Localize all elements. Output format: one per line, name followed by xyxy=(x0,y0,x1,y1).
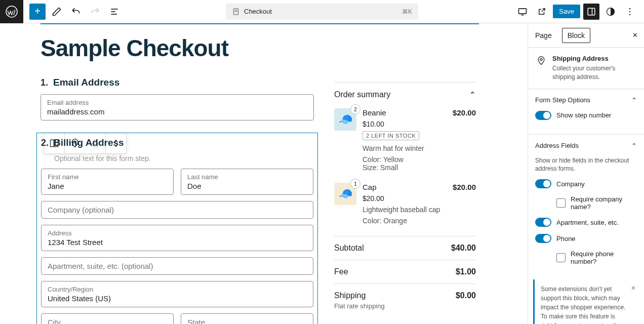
product-variant: Color: Yellow xyxy=(363,155,447,164)
show-step-number-toggle[interactable] xyxy=(535,111,551,120)
toolbar-right-group: Save xyxy=(514,4,644,20)
edit-mode-button[interactable] xyxy=(49,4,65,20)
product-variant: Color: Orange xyxy=(363,217,447,225)
field-label: Email address xyxy=(47,99,307,106)
email-step[interactable]: 1. Email Address Email address mailaddre… xyxy=(41,77,314,120)
city-field[interactable]: City xyxy=(41,313,174,324)
shipping-method: Flat rate shipping xyxy=(334,302,476,310)
toolbar-left-group: + xyxy=(23,4,123,20)
address-fields-panel: Address Fields ⌄ Show or hide fields in … xyxy=(528,134,644,280)
chevron-up-icon: ⌄ xyxy=(631,142,637,149)
company-field[interactable]: Company (optional) xyxy=(41,201,313,219)
svg-point-14 xyxy=(629,14,631,15)
apartment-field[interactable]: Apartment, suite, etc. (optional) xyxy=(41,257,313,275)
last-name-field[interactable]: Last name Doe xyxy=(181,169,313,195)
apartment-toggle[interactable] xyxy=(535,218,551,227)
order-summary: Order summary ⌄ 🧢 2 Beanie $10.00 2 LEFT… xyxy=(334,77,476,324)
settings-sidebar: Page Block ✕ Shipping Address Collect yo… xyxy=(528,23,644,324)
close-notice-button[interactable]: ✕ xyxy=(631,284,636,293)
svg-point-12 xyxy=(629,8,631,9)
panel-header[interactable]: Address Fields ⌄ xyxy=(528,135,644,156)
svg-rect-7 xyxy=(519,9,527,14)
view-button[interactable] xyxy=(514,4,531,20)
product-variant: Size: Small xyxy=(363,164,447,172)
document-title: Checkout xyxy=(244,8,272,15)
chevron-up-icon[interactable]: ⌄ xyxy=(469,90,476,99)
block-title: Shipping Address xyxy=(552,55,637,62)
chevron-up-icon: ⌄ xyxy=(631,96,637,104)
product-thumbnail: 🧢 1 xyxy=(334,183,356,205)
settings-panel-toggle[interactable] xyxy=(583,4,599,20)
step-title: Billing Address xyxy=(54,137,124,148)
order-summary-title: Order summary xyxy=(334,90,390,99)
field-value: mailaddress.com xyxy=(47,107,307,116)
product-price: $10.00 xyxy=(363,120,447,128)
form-step-options-panel: Form Step Options ⌄ Show step number xyxy=(528,89,644,134)
step-optional-text[interactable]: Optional text for this form step. xyxy=(54,154,313,163)
tab-block[interactable]: Block xyxy=(562,28,590,43)
email-field[interactable]: Email address mailaddress.com xyxy=(41,94,314,120)
fee-row: Fee $1.00 xyxy=(334,260,476,284)
block-header: Shipping Address Collect your customer's… xyxy=(528,48,644,89)
block-description: Collect your customer's shipping address… xyxy=(552,64,637,82)
redo-button[interactable] xyxy=(87,4,103,20)
document-title-bar[interactable]: Checkout ⌘K xyxy=(226,4,418,20)
require-phone-checkbox[interactable] xyxy=(556,253,566,262)
panel-help-text: Show or hide fields in the checkout addr… xyxy=(535,156,637,174)
location-icon xyxy=(535,55,547,67)
cart-item: 🧢 1 Cap $20.00 Lightweight baseball cap … xyxy=(334,183,476,225)
step-number: 1. xyxy=(41,77,48,88)
svg-rect-9 xyxy=(588,8,595,15)
styles-button[interactable] xyxy=(602,4,619,20)
stock-badge: 2 LEFT IN STOCK xyxy=(363,131,419,140)
panel-header[interactable]: Form Step Options ⌄ xyxy=(528,89,644,111)
close-sidebar-button[interactable]: ✕ xyxy=(632,31,638,39)
svg-point-13 xyxy=(629,11,631,12)
phone-toggle[interactable] xyxy=(535,234,551,243)
company-toggle[interactable] xyxy=(535,179,551,188)
product-description: Warm hat for winter xyxy=(363,144,447,152)
save-button[interactable]: Save xyxy=(553,5,580,18)
line-total: $20.00 xyxy=(453,108,476,172)
options-menu-button[interactable] xyxy=(622,4,638,20)
state-field[interactable]: State xyxy=(181,313,313,324)
quantity-badge: 2 xyxy=(350,104,360,114)
product-name: Cap xyxy=(363,183,447,191)
wordpress-logo[interactable] xyxy=(0,0,23,23)
separator xyxy=(41,23,479,24)
subtotal-row: Subtotal $40.00 xyxy=(334,236,476,260)
add-block-button[interactable]: + xyxy=(29,4,46,20)
first-name-field[interactable]: First name Jane xyxy=(41,169,174,195)
address-field[interactable]: Address 1234 Test Street xyxy=(41,225,313,251)
keyboard-shortcut-hint: ⌘K xyxy=(402,8,412,15)
page-title[interactable]: Sample Checkout xyxy=(41,34,507,62)
toggle-label: Show step number xyxy=(556,111,611,119)
undo-button[interactable] xyxy=(68,4,84,20)
product-name: Beanie xyxy=(363,108,447,117)
preview-external-button[interactable] xyxy=(534,4,550,20)
line-total: $20.00 xyxy=(453,183,476,225)
step-number: 2. xyxy=(41,138,49,148)
billing-step[interactable]: 2. Billing Address Optional text for thi… xyxy=(36,133,318,324)
tab-page[interactable]: Page xyxy=(535,24,552,47)
compatibility-notice: ✕ Some extensions don't yet support this… xyxy=(533,279,639,324)
top-toolbar: + Checkout ⌘K Save xyxy=(0,0,644,23)
product-description: Lightweight baseball cap xyxy=(363,206,447,214)
require-company-checkbox[interactable] xyxy=(556,198,566,208)
country-field[interactable]: Country/Region United States (US) xyxy=(41,281,313,307)
page-icon xyxy=(232,8,240,16)
sidebar-tabs: Page Block ✕ xyxy=(528,23,644,48)
svg-point-22 xyxy=(540,58,542,60)
product-price: $20.00 xyxy=(363,194,447,202)
document-overview-button[interactable] xyxy=(106,4,123,20)
product-thumbnail: 🧢 2 xyxy=(334,108,356,131)
quantity-badge: 1 xyxy=(350,179,360,189)
editor-canvas[interactable]: Sample Checkout 1. Email Address Email a… xyxy=(0,23,528,324)
step-title: Email Address xyxy=(53,77,119,88)
cart-item: 🧢 2 Beanie $10.00 2 LEFT IN STOCK Warm h… xyxy=(334,108,476,172)
